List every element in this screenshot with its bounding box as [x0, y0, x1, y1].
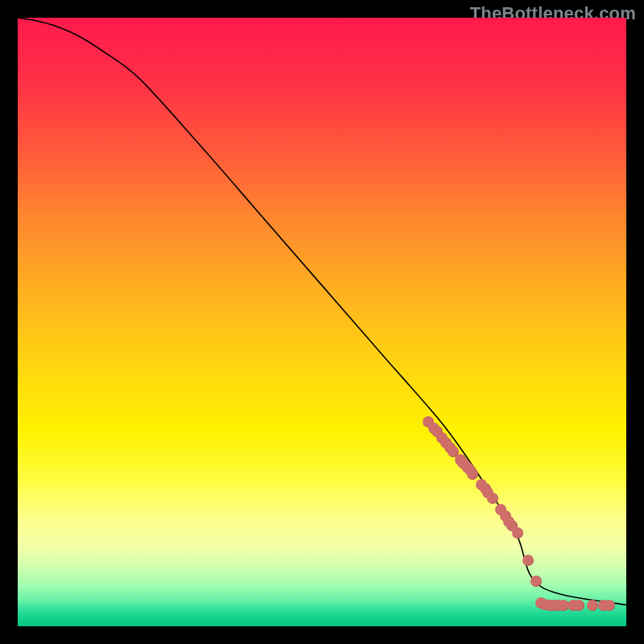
data-point	[530, 576, 542, 587]
plot-area	[18, 18, 626, 626]
curve-line	[18, 18, 626, 626]
data-point	[487, 493, 498, 504]
data-point	[604, 600, 615, 611]
data-point	[512, 527, 523, 539]
data-point	[573, 600, 584, 611]
data-point	[522, 555, 534, 566]
data-point	[587, 600, 598, 611]
data-point	[467, 469, 478, 480]
